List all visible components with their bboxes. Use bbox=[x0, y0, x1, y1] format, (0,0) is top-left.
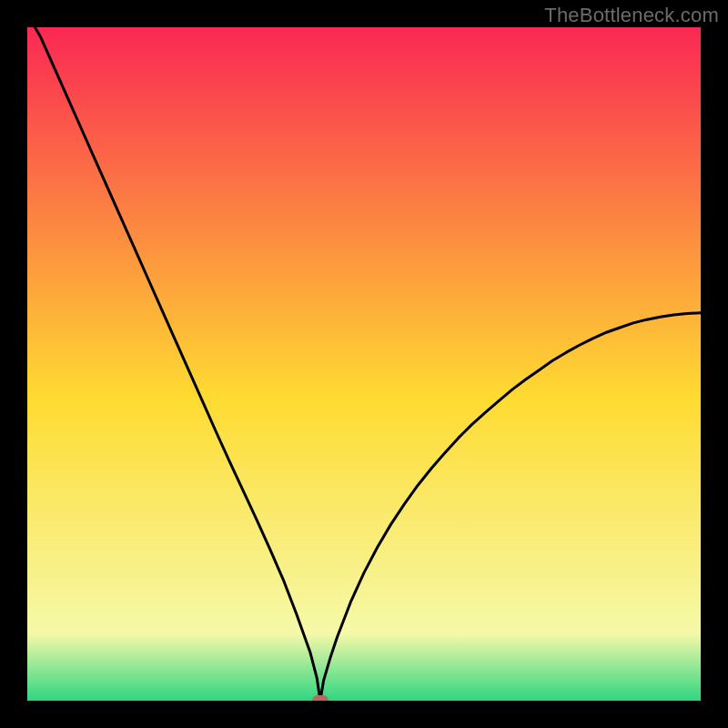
plot-area bbox=[27, 27, 701, 701]
attribution-text: TheBottleneck.com bbox=[544, 4, 719, 27]
chart-frame: TheBottleneck.com bbox=[0, 0, 728, 728]
plot-svg bbox=[27, 27, 701, 701]
minimum-marker bbox=[312, 695, 329, 701]
gradient-background bbox=[27, 27, 701, 701]
